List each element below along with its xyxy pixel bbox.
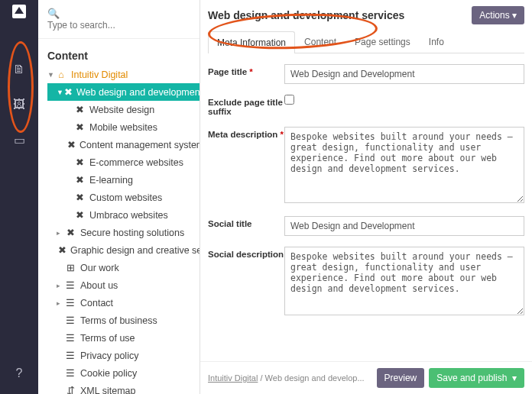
node-icon: ☰ xyxy=(64,297,76,308)
tree-node[interactable]: ▸☰About us xyxy=(47,276,200,294)
exclude-suffix-checkbox[interactable] xyxy=(284,95,294,105)
tree-node[interactable]: ☰Terms of business xyxy=(47,312,200,329)
search-input[interactable] xyxy=(47,20,190,31)
tree-node[interactable]: ☰Terms of use xyxy=(47,329,200,347)
social-description-textarea[interactable]: Bespoke websites built around your needs… xyxy=(284,247,524,315)
left-sidebar: 🗎 🖼 ▭ ? xyxy=(0,0,38,394)
node-icon: ☰ xyxy=(64,367,76,379)
media-section-icon[interactable]: 🖼 xyxy=(13,93,25,116)
tab-info[interactable]: Info xyxy=(420,31,453,53)
social-title-label: Social title xyxy=(208,216,284,228)
content-tree: ▼⌂Intuitiv Digital ▼✖Web design and deve… xyxy=(38,66,200,394)
settings-section-icon[interactable]: ▭ xyxy=(14,128,25,152)
tree-node[interactable]: ✖Mobile websites xyxy=(57,118,200,136)
tree-node[interactable]: ▸☰Contact xyxy=(47,294,200,312)
tree-root[interactable]: ▼⌂Intuitiv Digital xyxy=(38,66,200,83)
meta-description-textarea[interactable]: Bespoke websites built around your needs… xyxy=(284,127,524,203)
tools-icon: ✖ xyxy=(73,192,86,203)
node-icon: ☰ xyxy=(64,315,76,326)
tree-node[interactable]: ☰Privacy policy xyxy=(47,347,200,364)
node-icon: ✖ xyxy=(58,244,66,256)
node-icon: ✖ xyxy=(64,227,76,238)
tab-page-settings[interactable]: Page settings xyxy=(345,31,420,53)
tools-icon: ✖ xyxy=(67,139,76,150)
help-icon[interactable]: ? xyxy=(16,362,23,385)
node-icon: ☰ xyxy=(64,332,76,344)
save-publish-button[interactable]: Save and publish ▾ xyxy=(429,368,524,388)
node-icon: ☰ xyxy=(64,279,76,291)
tree-node[interactable]: ✖Website design xyxy=(57,101,200,118)
content-section-icon[interactable]: 🗎 xyxy=(13,58,25,81)
page-title-heading: Web design and development services xyxy=(208,9,404,21)
node-icon: ☰ xyxy=(64,350,76,361)
tree-node[interactable]: ✖Custom websites xyxy=(57,189,200,206)
tree-node[interactable]: ✖Graphic design and creative services xyxy=(47,241,200,259)
breadcrumb-current: Web design and develop... xyxy=(265,373,365,383)
actions-button[interactable]: Actions ▾ xyxy=(472,6,524,24)
tab-bar: Meta InformationContentPage settingsInfo xyxy=(208,31,524,53)
tree-node[interactable]: ⇵XML sitemap xyxy=(47,382,200,394)
tools-icon: ✖ xyxy=(73,174,86,186)
tools-icon: ✖ xyxy=(64,86,73,98)
social-description-label: Social description xyxy=(208,247,284,259)
editor-pane: Web design and development services Acti… xyxy=(200,0,532,394)
content-tree-pane: 🔍 Content ▼⌂Intuitiv Digital ▼✖Web desig… xyxy=(38,0,200,394)
tools-icon: ✖ xyxy=(73,209,86,221)
home-icon: ⌂ xyxy=(55,69,67,80)
tab-meta-information[interactable]: Meta Information xyxy=(208,31,295,53)
node-icon: ⊞ xyxy=(64,262,76,273)
tree-node[interactable]: ✖Umbraco websites xyxy=(57,206,200,224)
meta-description-label: Meta description * xyxy=(208,127,284,139)
tree-node[interactable]: ✖E-learning xyxy=(57,171,200,189)
tools-icon: ✖ xyxy=(73,104,86,115)
tab-content[interactable]: Content xyxy=(295,31,345,53)
page-title-input[interactable] xyxy=(284,64,524,84)
tree-node[interactable]: ✖Content management systems xyxy=(57,136,200,153)
search-icon: 🔍 xyxy=(47,8,60,19)
preview-button[interactable]: Preview xyxy=(377,368,425,388)
breadcrumb: Intuitiv Digital / Web design and develo… xyxy=(208,373,377,383)
chevron-down-icon: ▾ xyxy=(512,373,517,383)
tree-node[interactable]: ▸✖Secure hosting solutions xyxy=(47,224,200,241)
tools-icon: ✖ xyxy=(73,121,86,133)
form-area: Page title * Exclude page title suffix M… xyxy=(200,53,532,361)
app-logo xyxy=(12,5,26,18)
editor-footer: Intuitiv Digital / Web design and develo… xyxy=(200,361,532,394)
tree-node[interactable]: ⊞Our work xyxy=(47,259,200,276)
social-title-input[interactable] xyxy=(284,216,524,236)
exclude-suffix-label: Exclude page title suffix xyxy=(208,95,284,116)
tree-node-selected[interactable]: ▼✖Web design and development services xyxy=(47,83,200,101)
tree-node[interactable]: ☰Cookie policy xyxy=(47,364,200,382)
tree-node[interactable]: ✖E-commerce websites xyxy=(57,153,200,171)
node-icon: ⇵ xyxy=(64,385,76,394)
tree-heading: Content xyxy=(38,39,200,66)
breadcrumb-root[interactable]: Intuitiv Digital xyxy=(208,373,258,383)
tools-icon: ✖ xyxy=(73,157,86,168)
page-title-label: Page title * xyxy=(208,64,284,76)
